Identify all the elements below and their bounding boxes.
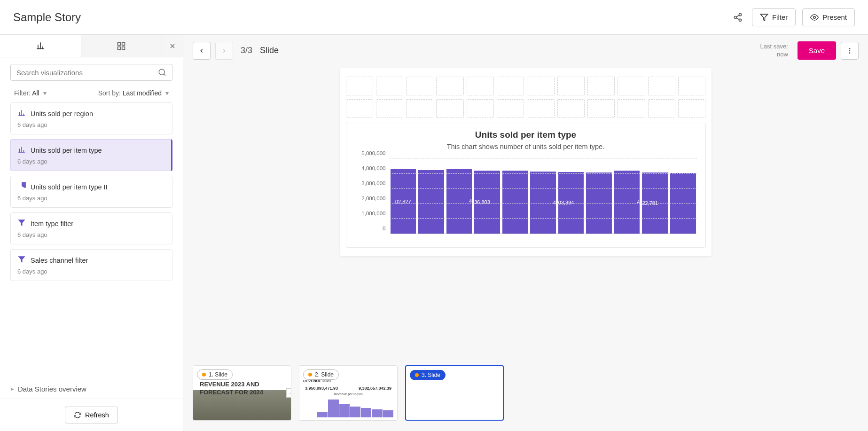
present-button[interactable]: Present (802, 8, 855, 26)
search-icon (158, 68, 166, 77)
thumbnail-3[interactable]: 3. Slide (405, 365, 504, 421)
thumb-badge: 1. Slide (197, 369, 233, 380)
next-slide-button[interactable] (215, 42, 233, 60)
viz-item-title: Units sold per region (31, 110, 93, 118)
page-title: Sample Story (13, 11, 81, 24)
y-tick: 2,000,000 (361, 196, 385, 201)
sidebar: Filter: All ▾ Sort by: Last modified ▾ U… (0, 35, 183, 431)
bar[interactable]: 4 (446, 169, 472, 234)
refresh-icon (74, 411, 81, 419)
placeholder-cell[interactable] (587, 77, 615, 95)
chart-body: 01,000,0002,000,0003,000,0004,000,0005,0… (351, 159, 701, 234)
chart-subtitle: This chart shows number of units sold pe… (351, 143, 701, 150)
viz-item[interactable]: Item type filter6 days ago (10, 212, 172, 244)
bar[interactable] (502, 171, 528, 234)
placeholder-cell[interactable] (346, 77, 373, 95)
placeholder-cell[interactable] (618, 77, 645, 95)
more-button[interactable] (841, 42, 859, 60)
placeholder-cell[interactable] (557, 99, 585, 118)
svg-point-0 (739, 13, 741, 16)
data-stories-link[interactable]: Data Stories overview (0, 379, 183, 399)
placeholder-cell[interactable] (467, 77, 494, 95)
viz-item[interactable]: Units sold per item type6 days ago (10, 139, 172, 171)
placeholder-row (346, 99, 706, 118)
viz-item[interactable]: Units sold per item type II6 days ago (10, 176, 172, 208)
svg-marker-5 (760, 14, 767, 21)
tab-components[interactable] (81, 35, 163, 57)
slide[interactable]: Units sold per item type This chart show… (340, 68, 712, 256)
bar[interactable] (418, 170, 444, 234)
thumbnail-strip: 1. Slide REVENUE 2023 AND FORECAST FOR 2… (183, 355, 868, 431)
search-input-wrap[interactable] (10, 64, 172, 81)
thumbnail-2[interactable]: 2. Slide REVENUE 2023 3,950,893,471.93 9… (299, 365, 398, 421)
slide-title: Slide (260, 46, 279, 55)
placeholder-cell[interactable] (467, 99, 494, 118)
svg-point-31 (849, 52, 851, 54)
placeholder-cell[interactable] (346, 99, 373, 118)
search-input[interactable] (16, 69, 158, 77)
placeholder-cell[interactable] (557, 77, 585, 95)
share-icon[interactable] (730, 10, 745, 25)
placeholder-cell[interactable] (527, 99, 554, 118)
refresh-button[interactable]: Refresh (65, 407, 118, 423)
svg-rect-13 (122, 47, 125, 49)
placeholder-cell[interactable] (406, 77, 433, 95)
y-tick: 5,000,000 (361, 150, 385, 156)
bars: 02,827436,803403,394422,781 (390, 159, 697, 234)
tab-close[interactable] (162, 35, 183, 57)
pie-chart-icon (17, 182, 26, 192)
chart-title: Units sold per item type (351, 130, 701, 140)
viz-item-sub: 6 days ago (17, 231, 165, 238)
chart-card[interactable]: Units sold per item type This chart show… (346, 123, 706, 248)
bar[interactable]: 36,803 (474, 171, 500, 234)
viz-item[interactable]: Sales channel filter6 days ago (10, 249, 172, 281)
viz-item-title: Sales channel filter (31, 257, 88, 264)
bar[interactable]: 4 (614, 171, 640, 234)
placeholder-cell[interactable] (648, 99, 675, 118)
placeholder-cell[interactable] (618, 99, 645, 118)
sidebar-tabs (0, 35, 183, 57)
visualization-list: Units sold per region6 days agoUnits sol… (0, 102, 183, 379)
filter-dropdown[interactable]: Filter: All ▾ (14, 89, 47, 97)
placeholder-cell[interactable] (436, 99, 463, 118)
svg-rect-14 (118, 47, 121, 49)
viz-item-title: Item type filter (31, 220, 73, 227)
filter-button[interactable]: Filter (752, 8, 796, 26)
placeholder-cell[interactable] (527, 77, 554, 95)
placeholder-cell[interactable] (678, 77, 705, 95)
filter-label: Filter (772, 13, 788, 21)
filter-icon (17, 255, 26, 265)
canvas: 3/3 Slide Last save: now Save (183, 35, 868, 431)
placeholder-cell[interactable] (678, 99, 705, 118)
y-axis: 01,000,0002,000,0003,000,0004,000,0005,0… (355, 159, 390, 234)
chevron-left-icon (198, 47, 205, 54)
placeholder-cell[interactable] (497, 99, 524, 118)
placeholder-cell[interactable] (436, 77, 463, 95)
thumbnail-1[interactable]: 1. Slide REVENUE 2023 AND FORECAST FOR 2… (193, 365, 291, 421)
placeholder-cell[interactable] (648, 77, 675, 95)
bar-chart-icon (17, 145, 26, 155)
svg-marker-28 (18, 256, 25, 263)
y-tick: 4,000,000 (361, 165, 385, 171)
viz-item[interactable]: Units sold per region6 days ago (10, 102, 172, 134)
placeholder-cell[interactable] (587, 99, 615, 118)
tab-visualizations[interactable] (0, 35, 81, 57)
bar-chart-icon (17, 109, 26, 118)
topbar-actions: Filter Present (730, 8, 855, 26)
canvas-toolbar: 3/3 Slide Last save: now Save (183, 35, 868, 66)
placeholder-cell[interactable] (406, 99, 433, 118)
save-button[interactable]: Save (798, 41, 836, 60)
prev-slide-button[interactable] (193, 42, 211, 60)
filter-icon (760, 13, 768, 22)
eye-icon (810, 13, 819, 22)
placeholder-cell[interactable] (497, 77, 524, 95)
bar[interactable]: 02,827 (391, 169, 416, 234)
sort-dropdown[interactable]: Sort by: Last modified ▾ (98, 89, 169, 97)
bar[interactable]: 4 (530, 172, 556, 234)
filter-sort-row: Filter: All ▾ Sort by: Last modified ▾ (0, 86, 183, 102)
placeholder-cell[interactable] (376, 77, 403, 95)
placeholder-cell[interactable] (376, 99, 403, 118)
filter-icon (17, 219, 26, 228)
viz-item-title: Units sold per item type II (31, 183, 108, 191)
present-label: Present (822, 13, 847, 21)
